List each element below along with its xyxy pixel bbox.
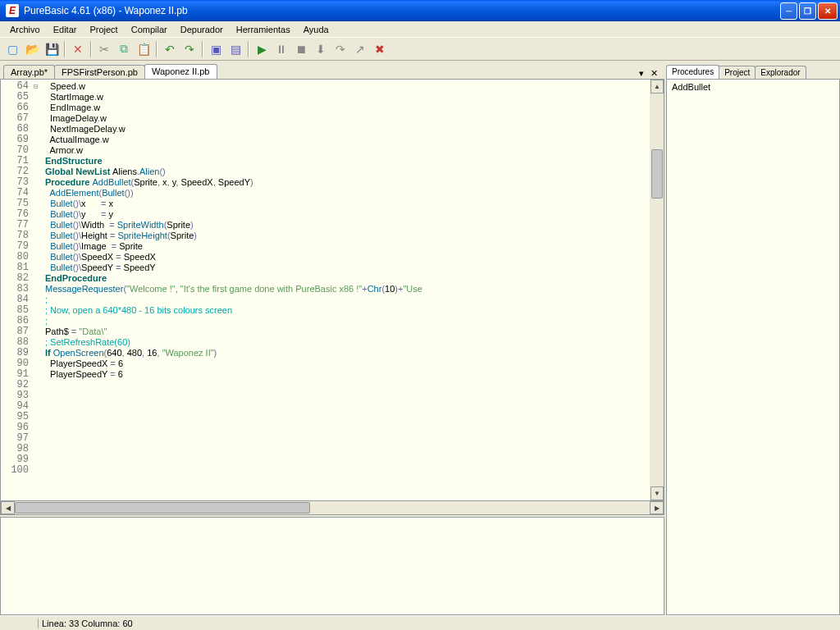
step-icon[interactable]: ⬇ [312,40,330,58]
scroll-down-icon[interactable]: ▼ [651,486,664,500]
toolbar-separator [156,41,158,57]
side-tab-project[interactable]: Project [719,66,756,79]
close-tab-icon[interactable]: ✕ [647,68,661,79]
run-icon[interactable]: ▶ [253,40,271,58]
close-button[interactable]: ✕ [818,2,838,20]
side-tabbar: ProceduresProjectExplorador [666,61,840,79]
window-title: PureBasic 4.61 (x86) - Waponez II.pb [22,5,780,16]
code-area[interactable]: Speed.w StartImage.w EndImage.w ImageDel… [42,80,650,500]
menu-herramientas[interactable]: Herramientas [230,23,297,36]
fold-column[interactable]: ⊟ [34,80,42,500]
open-file-icon[interactable]: 📂 [23,40,41,58]
scroll-right-icon[interactable]: ▶ [650,501,664,514]
step-out-icon[interactable]: ↗ [351,40,369,58]
menubar: ArchivoEditarProjectCompilarDepuradorHer… [0,21,840,38]
tab-menu-icon[interactable]: ▾ [636,68,647,79]
compile-icon[interactable]: ▣ [207,40,225,58]
menu-depurador[interactable]: Depurador [174,23,230,36]
stop-icon[interactable]: ⏹ [292,40,310,58]
compile-run-icon[interactable]: ▤ [226,40,244,58]
output-pane[interactable] [0,517,664,615]
save-icon[interactable]: 💾 [43,40,61,58]
side-tab-explorador[interactable]: Explorador [755,66,806,79]
cut-icon[interactable]: ✂ [95,40,113,58]
copy-icon[interactable]: ⧉ [115,40,133,58]
toolbar-separator [64,41,66,57]
toolbar-separator [248,41,249,57]
procedures-panel[interactable]: AddBullet [666,79,840,615]
file-tabbar: Array.pb*FPSFirstPerson.pbWaponez II.pb▾… [0,61,664,79]
menu-compilar[interactable]: Compilar [125,23,174,36]
statusbar: Linea: 33 Columna: 60 [0,615,840,630]
procedure-item[interactable]: AddBullet [670,81,836,93]
side-tab-procedures[interactable]: Procedures [666,65,719,79]
minimize-button[interactable]: ─ [780,2,797,20]
menu-project[interactable]: Project [83,23,124,36]
close-icon[interactable]: ✕ [69,40,87,58]
pause-icon[interactable]: ⏸ [272,40,290,58]
app-icon: E [6,4,19,17]
menu-ayuda[interactable]: Ayuda [297,23,336,36]
menu-editar[interactable]: Editar [47,23,84,36]
titlebar[interactable]: E PureBasic 4.61 (x86) - Waponez II.pb ─… [0,0,840,21]
redo-icon[interactable]: ↷ [180,40,199,58]
vertical-scrollbar[interactable]: ▲ ▼ [650,80,664,500]
hscroll-thumb[interactable] [15,502,310,514]
line-gutter: 64 65 66 67 68 69 70 71 72 73 74 75 76 7… [1,80,34,500]
toolbar: ▢📂💾✕✂⧉📋↶↷▣▤▶⏸⏹⬇↷↗✖ [0,38,840,61]
vscroll-thumb[interactable] [651,149,663,199]
paste-icon[interactable]: 📋 [135,40,153,58]
undo-icon[interactable]: ↶ [161,40,179,58]
kill-icon[interactable]: ✖ [371,40,389,58]
toolbar-separator [202,41,203,57]
window-buttons: ─ ❐ ✕ [780,2,838,20]
cursor-position: Linea: 33 Columna: 60 [38,619,136,628]
file-tab[interactable]: FPSFirstPerson.pb [54,65,145,79]
new-file-icon[interactable]: ▢ [3,40,21,58]
step-over-icon[interactable]: ↷ [331,40,349,58]
maximize-button[interactable]: ❐ [799,2,816,20]
scroll-up-icon[interactable]: ▲ [651,80,664,94]
menu-archivo[interactable]: Archivo [3,23,47,36]
toolbar-separator [90,41,92,57]
file-tab[interactable]: Waponez II.pb [144,64,217,79]
scroll-left-icon[interactable]: ◀ [1,501,15,514]
horizontal-scrollbar[interactable]: ◀ ▶ [0,501,664,515]
code-editor[interactable]: 64 65 66 67 68 69 70 71 72 73 74 75 76 7… [0,79,664,501]
file-tab[interactable]: Array.pb* [3,65,55,79]
